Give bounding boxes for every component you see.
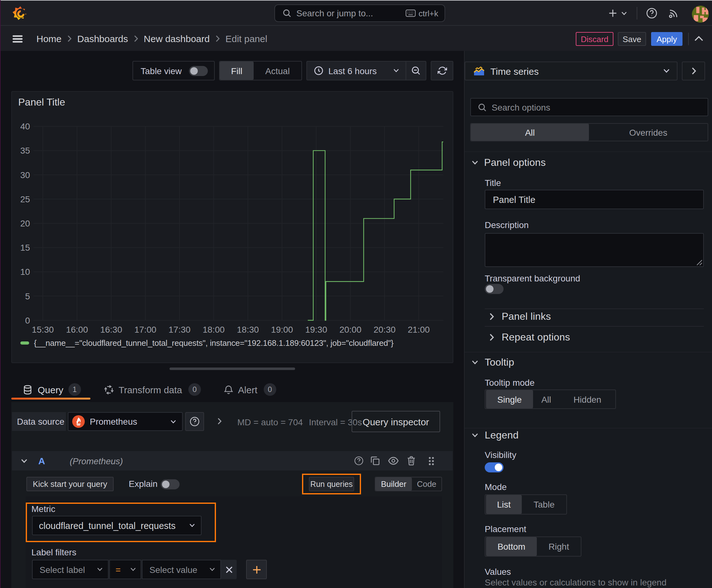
svg-text:20:30: 20:30 — [373, 325, 395, 335]
svg-text:19:00: 19:00 — [271, 325, 293, 335]
svg-text:17:00: 17:00 — [134, 325, 156, 335]
svg-text:18:30: 18:30 — [237, 325, 259, 335]
svg-text:30: 30 — [20, 170, 30, 180]
svg-text:5: 5 — [25, 292, 30, 301]
svg-text:21:00: 21:00 — [408, 325, 430, 335]
svg-text:{__name__="cloudflared_tunnel_: {__name__="cloudflared_tunnel_total_requ… — [34, 338, 394, 348]
svg-text:0: 0 — [25, 316, 30, 326]
svg-text:20: 20 — [20, 218, 30, 228]
svg-text:17:30: 17:30 — [169, 325, 191, 335]
svg-text:40: 40 — [20, 122, 30, 131]
svg-text:10: 10 — [20, 267, 30, 277]
svg-text:15:30: 15:30 — [32, 325, 54, 335]
svg-text:16:30: 16:30 — [100, 325, 122, 335]
svg-text:15: 15 — [20, 243, 30, 253]
svg-text:19:30: 19:30 — [305, 325, 327, 335]
svg-text:18:00: 18:00 — [203, 325, 225, 335]
svg-text:20:00: 20:00 — [339, 325, 361, 335]
svg-text:25: 25 — [20, 194, 30, 204]
svg-text:16:00: 16:00 — [66, 325, 88, 335]
svg-text:35: 35 — [20, 146, 30, 155]
